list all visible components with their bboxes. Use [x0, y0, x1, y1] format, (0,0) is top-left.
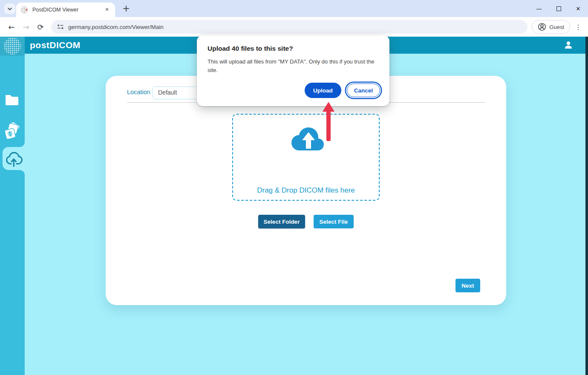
profile-label: Guest [549, 24, 564, 30]
address-bar[interactable]: germany.postdicom.com/Viewer/Main [51, 20, 527, 34]
dialog-title: Upload 40 files to this site? [208, 45, 293, 52]
new-tab-button[interactable]: + [120, 3, 132, 15]
sidebar-item-folders[interactable] [5, 93, 20, 108]
window-right-edge [585, 37, 588, 375]
browser-window: PostDICOM Viewer ✕ + — ✕ ← → ⟳ germany.p… [0, 0, 588, 375]
close-window-button[interactable]: ✕ [568, 0, 588, 17]
select-file-button[interactable]: Select File [314, 215, 354, 228]
logo-tile [0, 37, 25, 56]
user-icon [563, 40, 574, 50]
postdicom-logo: postDICOM [30, 37, 81, 54]
dicom-dropzone[interactable]: Drag & Drop DICOM files here [232, 114, 380, 201]
minimize-button[interactable]: — [529, 0, 549, 17]
profile-button[interactable]: Guest [532, 20, 570, 34]
tab-title: PostDICOM Viewer [32, 7, 78, 13]
cloud-upload-icon [4, 149, 24, 168]
window-controls: — ✕ [529, 0, 588, 17]
active-item-corner [20, 142, 25, 147]
tab-close-icon[interactable]: ✕ [103, 6, 111, 14]
tab-search-button[interactable] [4, 3, 15, 14]
site-info-icon[interactable] [57, 23, 64, 30]
image-stack-icon [3, 121, 22, 141]
chevron-down-icon [7, 6, 13, 12]
tab-strip: PostDICOM Viewer ✕ + — ✕ [0, 0, 588, 17]
dialog-body: This will upload all files from "MY DATA… [208, 58, 379, 75]
cancel-button[interactable]: Cancel [347, 84, 380, 97]
browser-menu-button[interactable]: ⋮ [573, 20, 584, 34]
postdicom-favicon-icon [20, 6, 28, 14]
select-folder-button[interactable]: Select Folder [258, 215, 305, 228]
folder-icon [5, 93, 20, 106]
reload-button[interactable]: ⟳ [33, 20, 48, 34]
sidebar-item-studies[interactable] [3, 121, 22, 143]
guest-avatar-icon [538, 23, 546, 31]
next-button[interactable]: Next [455, 279, 480, 292]
dotted-sphere-logo-icon [4, 38, 21, 55]
upload-confirm-button[interactable]: Upload [305, 83, 341, 98]
sidebar-item-upload-active[interactable] [3, 147, 25, 170]
sidebar [0, 56, 25, 375]
upload-card: Location Default Drag & Drop DICOM files… [106, 76, 506, 305]
active-item-corner [20, 170, 25, 175]
dropzone-label: Drag & Drop DICOM files here [233, 186, 379, 195]
forward-button[interactable]: → [19, 20, 33, 34]
browser-toolbar: ← → ⟳ germany.postdicom.com/Viewer/Main … [0, 17, 588, 37]
dialog-actions: Upload Cancel [305, 83, 382, 98]
maximize-button[interactable] [549, 0, 568, 17]
cloud-upload-filled-icon [285, 124, 327, 155]
back-button[interactable]: ← [4, 20, 19, 34]
maximize-icon [556, 6, 561, 11]
annotation-arrow-head [323, 102, 334, 112]
upload-permission-dialog: Upload 40 files to this site? This will … [197, 35, 389, 106]
annotation-arrow-shaft [326, 111, 331, 141]
url-text: germany.postdicom.com/Viewer/Main [68, 24, 164, 30]
tab-postdicom-viewer[interactable]: PostDICOM Viewer ✕ [16, 3, 115, 17]
location-label: Location [127, 89, 150, 95]
account-button[interactable] [563, 40, 574, 52]
